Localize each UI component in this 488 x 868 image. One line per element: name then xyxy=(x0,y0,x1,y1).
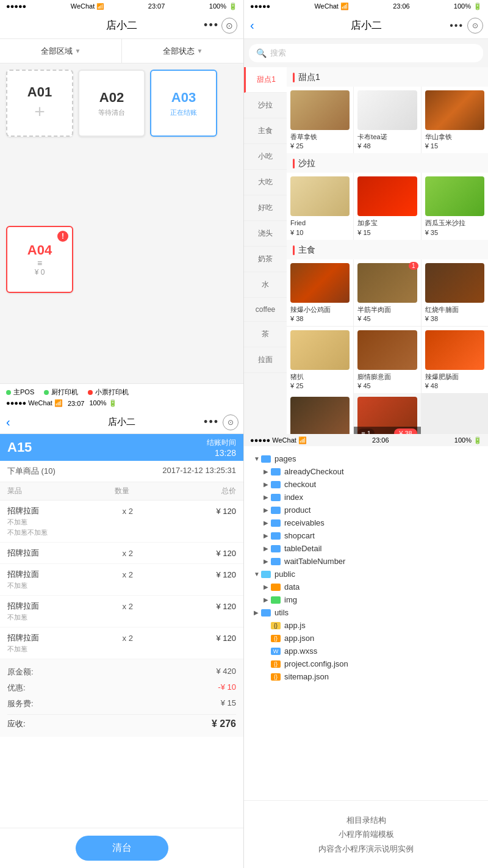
menu-cat-shui[interactable]: 水 xyxy=(244,272,287,298)
nav-bar-right: ‹ 店小二 ••• ⊙ xyxy=(244,12,488,39)
nav-title-left: 店小二 xyxy=(106,18,137,32)
food-name-xiangcao: 香草拿铁 xyxy=(290,132,350,141)
food-item-xigua[interactable]: 西瓜玉米沙拉 ¥ 35 xyxy=(422,173,488,239)
food-img-hong xyxy=(425,263,484,303)
tree-item-tabledetail[interactable]: ▶ tableDetail xyxy=(244,542,488,555)
food-item-chuan[interactable]: 辣爆肥肠面 ¥ 48 xyxy=(422,327,488,393)
order-time-label: 结账时间 xyxy=(207,438,236,448)
food-img-kafutea xyxy=(357,90,417,130)
order-item-name-2: 招牌拉面 xyxy=(7,569,39,580)
nav-dots-right[interactable]: ••• xyxy=(450,20,464,31)
food-img-meng xyxy=(357,330,417,370)
nav-more-left2[interactable]: ⊙ xyxy=(223,414,239,430)
tree-item-public[interactable]: ▼ public xyxy=(244,568,488,580)
order-item-1: 招牌拉面 x 2 ¥ 120 xyxy=(0,543,243,564)
food-item-fried[interactable]: Fried ¥ 10 xyxy=(287,173,353,239)
nav-more-right[interactable]: ⊙ xyxy=(467,18,483,34)
food-item-ban[interactable]: 1 半筋半肉面 ¥ 45 xyxy=(354,259,420,326)
order-item-note2-0: 不加葱不加葱 xyxy=(7,528,236,537)
tree-item-appjs[interactable]: ▶ {} app.js xyxy=(244,619,488,632)
table-a04[interactable]: ! A04 ≡ ¥ 0 xyxy=(6,226,73,293)
food-item-kafutea[interactable]: 卡布tea诺 ¥ 48 xyxy=(354,87,420,153)
section-title-sha: 沙拉 xyxy=(298,158,315,169)
order-item-qty-1: x 2 xyxy=(123,549,133,558)
menu-cat-nai[interactable]: 奶茶 xyxy=(244,247,287,272)
label-index: index xyxy=(284,493,303,502)
food-item-huashan[interactable]: 华山拿铁 ¥ 15 xyxy=(422,87,488,153)
food-item-la[interactable]: 辣爆小公鸡面 ¥ 38 xyxy=(287,259,353,326)
tree-item-utils[interactable]: ▶ utils xyxy=(244,606,488,619)
label-waittablenumber: waitTableNumber xyxy=(284,557,345,566)
tree-item-projectconfig[interactable]: ▶ {} project.config.json xyxy=(244,657,488,670)
wechat-left: WeChat 📶 xyxy=(71,2,104,10)
menu-cat-rao[interactable]: 浇头 xyxy=(244,221,287,247)
nav-dots-left2[interactable]: ••• xyxy=(204,416,219,429)
food-item-zhuanpai[interactable]: 猪扒 ¥ 25 xyxy=(287,327,353,393)
status-row: 主POS 厨打印机 小票打印机 xyxy=(6,388,237,397)
food-item-jiaduobao[interactable]: 加多宝 ¥ 15 xyxy=(354,173,420,239)
food-item-bottom1[interactable] xyxy=(287,393,353,434)
tree-item-checkout[interactable]: ▶ checkout xyxy=(244,478,488,491)
tree-item-appjson[interactable]: ▶ {} app.json xyxy=(244,632,488,645)
icon-alreadycheckout xyxy=(271,468,281,476)
table-a02[interactable]: A02 等待清台 xyxy=(78,70,145,137)
clear-button[interactable]: 清台 xyxy=(76,836,168,861)
tree-item-shopcart[interactable]: ▶ shopcart xyxy=(244,529,488,542)
tree-item-waittablenumber[interactable]: ▶ waitTableNumber xyxy=(244,555,488,568)
total-row-0: 原金额: ¥ 420 xyxy=(7,664,236,680)
order-item-name-1: 招牌拉面 xyxy=(7,548,39,559)
tree-item-data[interactable]: ▶ data xyxy=(244,580,488,593)
menu-cat-sha[interactable]: 沙拉 xyxy=(244,93,287,118)
food-item-meng[interactable]: 膨情膨意面 ¥ 45 xyxy=(354,327,420,393)
tree-item-index[interactable]: ▶ index xyxy=(244,491,488,504)
clear-btn-wrap: 清台 xyxy=(0,828,243,868)
food-item-bottom2[interactable]: ≡ 1 ¥ 38 xyxy=(354,393,420,434)
menu-cat-cha[interactable]: 茶 xyxy=(244,322,287,347)
order-item-qty-2: x 2 xyxy=(123,570,133,579)
food-item-xiangcao[interactable]: 香草拿铁 ¥ 25 xyxy=(287,87,353,153)
nav-back-right[interactable]: ‹ xyxy=(250,18,254,32)
status-row2: ●●●●● WeChat 📶 23:07 100% 🔋 xyxy=(6,399,237,407)
cart-overlay: ≡ 1 ¥ 38 xyxy=(354,427,420,434)
label-utils: utils xyxy=(274,608,289,617)
arrow-tabledetail: ▶ xyxy=(264,545,271,552)
tree-item-sitemap[interactable]: ▶ {} sitemap.json xyxy=(244,670,488,683)
search-field[interactable]: 🔍 搜索 xyxy=(249,44,483,62)
menu-cat-zhu[interactable]: 主食 xyxy=(244,118,287,144)
nav-more-left[interactable]: ⊙ xyxy=(221,18,237,34)
icon-appjs: {} xyxy=(271,622,281,629)
food-item-hong[interactable]: 红烧牛腩面 ¥ 38 xyxy=(422,259,488,326)
order-item-row-3: 招牌拉面 x 2 ¥ 120 xyxy=(7,601,236,612)
time-right: 23:06 xyxy=(393,2,410,10)
tree-item-receivables[interactable]: ▶ receivables xyxy=(244,516,488,529)
nav-dots-left[interactable]: ••• xyxy=(204,19,219,32)
icon-tabledetail xyxy=(271,545,281,552)
table-a01[interactable]: A01 + xyxy=(6,70,73,137)
menu-cat-coffee[interactable]: coffee xyxy=(244,298,287,322)
order-item-0: 招牌拉面 x 2 ¥ 120 不加葱 不加葱不加葱 xyxy=(0,501,243,543)
menu-cat-la[interactable]: 拉面 xyxy=(244,347,287,373)
menu-cat-xiao[interactable]: 小吃 xyxy=(244,144,287,170)
filter-area[interactable]: 全部区域 ▼ xyxy=(0,39,122,63)
table-a02-status: 等待清台 xyxy=(98,108,125,117)
label-data: data xyxy=(284,582,300,591)
tree-item-pages[interactable]: ▼ pages xyxy=(244,452,488,465)
tree-item-img[interactable]: ▶ img xyxy=(244,593,488,606)
tree-item-appwxss[interactable]: ▶ W app.wxss xyxy=(244,645,488,657)
label-pos: 主POS xyxy=(13,388,34,397)
food-price-jiaduobao: ¥ 15 xyxy=(357,229,417,236)
filter-status[interactable]: 全部状态 ▼ xyxy=(122,39,243,63)
table-a03[interactable]: A03 正在结账 xyxy=(150,70,217,137)
search-placeholder: 搜索 xyxy=(270,48,286,59)
menu-cat-hao[interactable]: 好吃 xyxy=(244,195,287,221)
menu-cat-tian[interactable]: 甜点1 xyxy=(244,67,287,93)
tree-item-product[interactable]: ▶ product xyxy=(244,504,488,516)
table-a03-label: A03 xyxy=(171,90,196,106)
arrow-img: ▶ xyxy=(264,596,271,603)
table-a03-status: 正在结账 xyxy=(170,108,197,117)
nav-back-left2[interactable]: ‹ xyxy=(6,415,10,429)
total-label-1: 优惠: xyxy=(7,682,26,693)
menu-cat-da[interactable]: 大吃 xyxy=(244,170,287,195)
food-img-huashan xyxy=(425,90,484,130)
tree-item-alreadycheckout[interactable]: ▶ alreadyCheckout xyxy=(244,465,488,478)
